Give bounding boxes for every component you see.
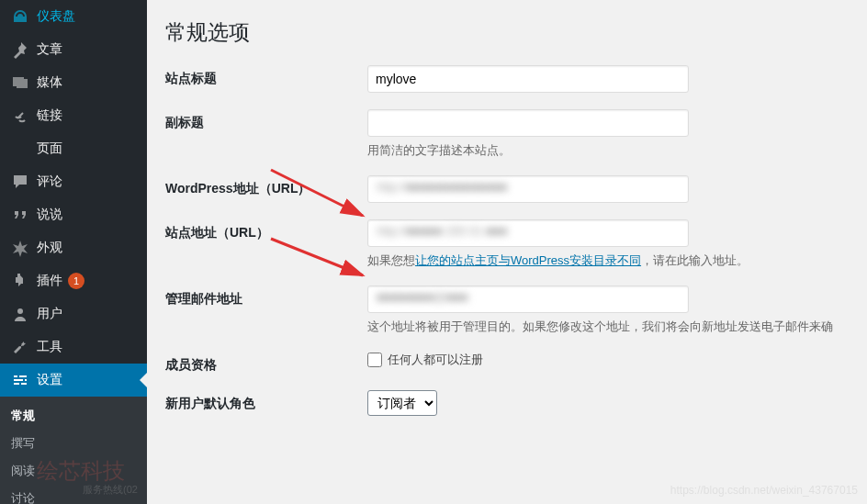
sidebar-label: 链接 <box>37 107 62 124</box>
media-icon <box>11 73 29 92</box>
checkbox-text: 任何人都可以注册 <box>388 352 483 368</box>
label-admin-email: 管理邮件地址 <box>165 286 367 308</box>
row-tagline: 副标题 用简洁的文字描述本站点。 <box>165 109 849 159</box>
sidebar-label: 仪表盘 <box>37 8 75 25</box>
svg-rect-5 <box>14 383 19 385</box>
membership-checkbox-label[interactable]: 任何人都可以注册 <box>367 352 849 368</box>
plugin-icon <box>11 272 29 290</box>
sidebar-item-dashboard[interactable]: 仪表盘 <box>0 0 147 33</box>
label-wp-url: WordPress地址（URL） <box>165 175 367 197</box>
sidebar-label: 用户 <box>37 306 62 322</box>
sidebar-item-media[interactable]: 媒体 <box>0 66 147 99</box>
input-site-title[interactable] <box>367 65 689 93</box>
blurred-content: http://■■■■■■■■■■■■■■ <box>377 180 507 194</box>
sidebar-item-tools[interactable]: 工具 <box>0 330 147 364</box>
input-tagline[interactable] <box>367 109 689 137</box>
sidebar-label: 设置 <box>37 372 62 388</box>
user-icon <box>11 305 29 323</box>
sidebar-item-links[interactable]: 链接 <box>0 99 147 132</box>
sidebar-item-shuoshuo[interactable]: 说说 <box>0 198 147 231</box>
sidebar-label: 页面 <box>37 140 62 157</box>
select-default-role[interactable]: 订阅者 <box>367 390 437 416</box>
appearance-icon <box>11 239 29 257</box>
submenu-reading[interactable]: 阅读 <box>0 457 147 485</box>
label-site-url: 站点地址（URL） <box>165 219 367 241</box>
svg-rect-6 <box>21 383 27 385</box>
link-icon <box>11 106 29 125</box>
svg-rect-1 <box>14 375 17 377</box>
label-tagline: 副标题 <box>165 109 367 131</box>
quote-icon <box>11 206 29 224</box>
svg-rect-3 <box>14 379 23 381</box>
page-icon <box>11 140 29 158</box>
page-title: 常规选项 <box>165 18 849 47</box>
sidebar-label: 说说 <box>37 207 62 223</box>
sidebar-item-pages[interactable]: 页面 <box>0 132 147 165</box>
submenu-writing[interactable]: 撰写 <box>0 430 147 457</box>
sidebar-item-comments[interactable]: 评论 <box>0 165 147 198</box>
comment-icon <box>11 173 29 191</box>
link-diff-dir[interactable]: 让您的站点主页与WordPress安装目录不同 <box>415 253 641 267</box>
main-content: 常规选项 站点标题 副标题 用简洁的文字描述本站点。 WordPress地址（U… <box>147 0 867 504</box>
desc-site-url: 如果您想让您的站点主页与WordPress安装目录不同，请在此输入地址。 <box>367 252 849 269</box>
blurred-content: http://■■■■■ 200 01 ■■■ <box>377 224 507 238</box>
svg-rect-2 <box>19 375 27 377</box>
pin-icon <box>11 40 29 59</box>
tool-icon <box>11 338 29 356</box>
label-membership: 成员资格 <box>165 352 367 374</box>
submenu-discussion[interactable]: 讨论 <box>0 485 147 504</box>
desc-admin-email: 这个地址将被用于管理目的。如果您修改这个地址，我们将会向新地址发送电子邮件来确 <box>367 319 849 335</box>
row-admin-email: 管理邮件地址 ■■■■■■■■@■■■ 这个地址将被用于管理目的。如果您修改这个… <box>165 286 849 335</box>
sidebar-label: 工具 <box>37 339 62 355</box>
blurred-content: ■■■■■■■■@■■■ <box>377 290 468 304</box>
sidebar-label: 插件 <box>37 273 62 289</box>
sidebar-item-plugins[interactable]: 插件 1 <box>0 264 147 297</box>
label-site-title: 站点标题 <box>165 65 367 87</box>
admin-sidebar: 仪表盘 文章 媒体 链接 页面 评论 说说 外观 插件 1 用户 工具 <box>0 0 147 504</box>
sidebar-label: 评论 <box>37 174 62 190</box>
settings-icon <box>11 371 29 389</box>
label-default-role: 新用户默认角色 <box>165 390 367 412</box>
sidebar-item-users[interactable]: 用户 <box>0 297 147 330</box>
row-site-title: 站点标题 <box>165 65 849 93</box>
dashboard-icon <box>11 7 29 26</box>
desc-tagline: 用简洁的文字描述本站点。 <box>367 142 849 159</box>
checkbox-anyone-register[interactable] <box>367 353 382 367</box>
svg-rect-4 <box>25 379 27 381</box>
sidebar-label: 媒体 <box>37 74 62 91</box>
row-default-role: 新用户默认角色 订阅者 <box>165 390 849 416</box>
sidebar-item-appearance[interactable]: 外观 <box>0 231 147 264</box>
sidebar-item-settings[interactable]: 设置 <box>0 364 147 397</box>
sidebar-label: 外观 <box>37 240 62 256</box>
svg-point-0 <box>17 308 23 314</box>
submenu-general[interactable]: 常规 <box>0 402 147 430</box>
sidebar-label: 文章 <box>37 41 62 58</box>
row-membership: 成员资格 任何人都可以注册 <box>165 352 849 374</box>
settings-submenu: 常规 撰写 阅读 讨论 <box>0 397 147 504</box>
sidebar-item-posts[interactable]: 文章 <box>0 33 147 66</box>
row-wp-url: WordPress地址（URL） http://■■■■■■■■■■■■■■ <box>165 175 849 203</box>
row-site-url: 站点地址（URL） http://■■■■■ 200 01 ■■■ 如果您想让您… <box>165 219 849 269</box>
plugin-update-badge: 1 <box>68 273 84 289</box>
